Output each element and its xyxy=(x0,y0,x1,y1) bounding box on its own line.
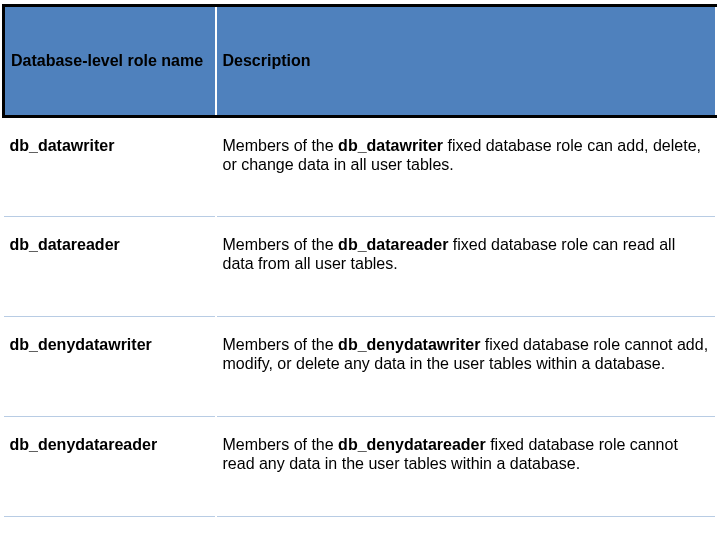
table-row: db_datawriter Members of the db_datawrit… xyxy=(4,117,717,217)
desc-text-bold: db_datareader xyxy=(338,236,448,253)
desc-text-bold: db_datawriter xyxy=(338,137,443,154)
desc-text-bold: db_denydatareader xyxy=(338,436,486,453)
table-row: db_datareader Members of the db_dataread… xyxy=(4,217,717,317)
desc-text-pre: Members of the xyxy=(223,336,339,353)
desc-text-pre: Members of the xyxy=(223,236,339,253)
role-desc-cell: Members of the db_denydatawriter fixed d… xyxy=(216,317,717,417)
table-header-row: Database-level role name Description xyxy=(4,6,717,117)
desc-text-pre: Members of the xyxy=(223,137,339,154)
table-row: db_denydatareader Members of the db_deny… xyxy=(4,417,717,517)
role-name-cell: db_denydatawriter xyxy=(4,317,216,417)
role-desc-cell: Members of the db_datawriter fixed datab… xyxy=(216,117,717,217)
role-name-cell: db_datawriter xyxy=(4,117,216,217)
header-role-name: Database-level role name xyxy=(4,6,216,117)
table-row: db_denydatawriter Members of the db_deny… xyxy=(4,317,717,417)
role-name-cell: db_denydatareader xyxy=(4,417,216,517)
role-name-cell: db_datareader xyxy=(4,217,216,317)
db-roles-table: Database-level role name Description db_… xyxy=(2,4,717,517)
role-desc-cell: Members of the db_denydatareader fixed d… xyxy=(216,417,717,517)
desc-text-pre: Members of the xyxy=(223,436,339,453)
role-desc-cell: Members of the db_datareader fixed datab… xyxy=(216,217,717,317)
header-description: Description xyxy=(216,6,717,117)
desc-text-bold: db_denydatawriter xyxy=(338,336,480,353)
